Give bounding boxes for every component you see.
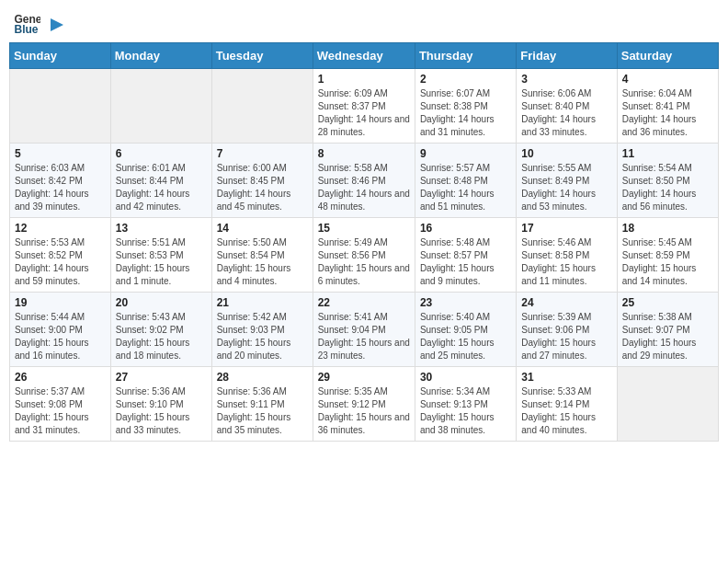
calendar-cell: 9Sunrise: 5:57 AMSunset: 8:48 PMDaylight… bbox=[415, 144, 516, 218]
day-header-wednesday: Wednesday bbox=[313, 43, 415, 69]
calendar-table: SundayMondayTuesdayWednesdayThursdayFrid… bbox=[9, 42, 719, 442]
calendar-cell: 30Sunrise: 5:34 AMSunset: 9:13 PMDayligh… bbox=[415, 367, 516, 442]
calendar-cell: 31Sunrise: 5:33 AMSunset: 9:14 PMDayligh… bbox=[517, 367, 617, 442]
day-number: 14 bbox=[217, 222, 308, 235]
days-header-row: SundayMondayTuesdayWednesdayThursdayFrid… bbox=[10, 43, 719, 69]
calendar-week-row: 5Sunrise: 6:03 AMSunset: 8:42 PMDaylight… bbox=[10, 144, 719, 218]
calendar-cell: 14Sunrise: 5:50 AMSunset: 8:54 PMDayligh… bbox=[211, 218, 313, 293]
day-number: 22 bbox=[318, 296, 410, 309]
calendar-cell: 21Sunrise: 5:42 AMSunset: 9:03 PMDayligh… bbox=[211, 293, 313, 367]
calendar-cell: 4Sunrise: 6:04 AMSunset: 8:41 PMDaylight… bbox=[617, 69, 718, 144]
day-info: Sunrise: 5:40 AMSunset: 9:05 PMDaylight:… bbox=[420, 311, 511, 362]
day-info: Sunrise: 5:35 AMSunset: 9:12 PMDaylight:… bbox=[318, 385, 410, 437]
day-number: 10 bbox=[521, 147, 611, 160]
calendar-week-row: 19Sunrise: 5:44 AMSunset: 9:00 PMDayligh… bbox=[10, 293, 719, 367]
day-number: 29 bbox=[318, 371, 410, 384]
calendar-cell: 13Sunrise: 5:51 AMSunset: 8:53 PMDayligh… bbox=[110, 218, 211, 293]
day-info: Sunrise: 5:39 AMSunset: 9:06 PMDaylight:… bbox=[521, 311, 611, 362]
day-number: 12 bbox=[15, 222, 106, 235]
day-info: Sunrise: 6:09 AMSunset: 8:37 PMDaylight:… bbox=[318, 87, 410, 139]
calendar-cell: 22Sunrise: 5:41 AMSunset: 9:04 PMDayligh… bbox=[313, 293, 415, 367]
day-info: Sunrise: 5:43 AMSunset: 9:02 PMDaylight:… bbox=[116, 311, 207, 362]
day-header-thursday: Thursday bbox=[415, 43, 516, 69]
day-info: Sunrise: 5:44 AMSunset: 9:00 PMDaylight:… bbox=[15, 311, 106, 362]
day-info: Sunrise: 5:53 AMSunset: 8:52 PMDaylight:… bbox=[15, 236, 106, 288]
svg-text:Blue: Blue bbox=[15, 23, 39, 36]
calendar-cell: 10Sunrise: 5:55 AMSunset: 8:49 PMDayligh… bbox=[517, 144, 617, 218]
day-info: Sunrise: 5:34 AMSunset: 9:13 PMDaylight:… bbox=[420, 385, 511, 437]
day-info: Sunrise: 5:48 AMSunset: 8:57 PMDaylight:… bbox=[420, 236, 511, 288]
logo-arrow-icon bbox=[47, 15, 67, 35]
day-number: 2 bbox=[420, 73, 511, 86]
calendar-cell bbox=[617, 367, 718, 442]
logo: General Blue bbox=[13, 9, 67, 37]
day-info: Sunrise: 6:06 AMSunset: 8:40 PMDaylight:… bbox=[521, 87, 611, 139]
day-info: Sunrise: 5:58 AMSunset: 8:46 PMDaylight:… bbox=[318, 162, 410, 213]
calendar-cell: 25Sunrise: 5:38 AMSunset: 9:07 PMDayligh… bbox=[617, 293, 718, 367]
calendar-cell: 7Sunrise: 6:00 AMSunset: 8:45 PMDaylight… bbox=[211, 144, 313, 218]
calendar-cell: 8Sunrise: 5:58 AMSunset: 8:46 PMDaylight… bbox=[313, 144, 415, 218]
day-info: Sunrise: 5:55 AMSunset: 8:49 PMDaylight:… bbox=[521, 162, 611, 213]
day-header-saturday: Saturday bbox=[617, 43, 718, 69]
day-info: Sunrise: 6:00 AMSunset: 8:45 PMDaylight:… bbox=[217, 162, 308, 213]
calendar-cell: 2Sunrise: 6:07 AMSunset: 8:38 PMDaylight… bbox=[415, 69, 516, 144]
day-number: 5 bbox=[15, 147, 106, 160]
calendar-cell: 5Sunrise: 6:03 AMSunset: 8:42 PMDaylight… bbox=[10, 144, 111, 218]
calendar-cell: 16Sunrise: 5:48 AMSunset: 8:57 PMDayligh… bbox=[415, 218, 516, 293]
day-info: Sunrise: 6:01 AMSunset: 8:44 PMDaylight:… bbox=[116, 162, 207, 213]
day-header-monday: Monday bbox=[110, 43, 211, 69]
day-header-tuesday: Tuesday bbox=[211, 43, 313, 69]
day-number: 19 bbox=[15, 296, 106, 309]
day-info: Sunrise: 6:03 AMSunset: 8:42 PMDaylight:… bbox=[15, 162, 106, 213]
calendar-cell: 12Sunrise: 5:53 AMSunset: 8:52 PMDayligh… bbox=[10, 218, 111, 293]
calendar-cell: 17Sunrise: 5:46 AMSunset: 8:58 PMDayligh… bbox=[517, 218, 617, 293]
day-number: 25 bbox=[622, 296, 713, 309]
calendar-cell bbox=[211, 69, 313, 144]
day-info: Sunrise: 5:50 AMSunset: 8:54 PMDaylight:… bbox=[217, 236, 308, 288]
calendar-cell: 15Sunrise: 5:49 AMSunset: 8:56 PMDayligh… bbox=[313, 218, 415, 293]
day-number: 1 bbox=[318, 73, 410, 86]
page-header: General Blue bbox=[9, 9, 719, 37]
day-info: Sunrise: 5:51 AMSunset: 8:53 PMDaylight:… bbox=[116, 236, 207, 288]
calendar-week-row: 1Sunrise: 6:09 AMSunset: 8:37 PMDaylight… bbox=[10, 69, 719, 144]
day-info: Sunrise: 5:46 AMSunset: 8:58 PMDaylight:… bbox=[521, 236, 611, 288]
day-info: Sunrise: 6:04 AMSunset: 8:41 PMDaylight:… bbox=[622, 87, 713, 139]
calendar-cell: 24Sunrise: 5:39 AMSunset: 9:06 PMDayligh… bbox=[517, 293, 617, 367]
day-info: Sunrise: 5:36 AMSunset: 9:10 PMDaylight:… bbox=[116, 385, 207, 437]
calendar-cell: 18Sunrise: 5:45 AMSunset: 8:59 PMDayligh… bbox=[617, 218, 718, 293]
calendar-cell bbox=[10, 69, 111, 144]
calendar-cell: 19Sunrise: 5:44 AMSunset: 9:00 PMDayligh… bbox=[10, 293, 111, 367]
day-number: 31 bbox=[521, 371, 611, 384]
day-number: 30 bbox=[420, 371, 511, 384]
day-info: Sunrise: 5:49 AMSunset: 8:56 PMDaylight:… bbox=[318, 236, 410, 288]
day-number: 24 bbox=[521, 296, 611, 309]
day-info: Sunrise: 5:38 AMSunset: 9:07 PMDaylight:… bbox=[622, 311, 713, 362]
day-header-sunday: Sunday bbox=[10, 43, 111, 69]
day-number: 13 bbox=[116, 222, 207, 235]
day-number: 26 bbox=[15, 371, 106, 384]
day-info: Sunrise: 5:41 AMSunset: 9:04 PMDaylight:… bbox=[318, 311, 410, 362]
day-number: 11 bbox=[622, 147, 713, 160]
day-number: 4 bbox=[622, 73, 713, 86]
calendar-cell: 20Sunrise: 5:43 AMSunset: 9:02 PMDayligh… bbox=[110, 293, 211, 367]
day-number: 16 bbox=[420, 222, 511, 235]
day-number: 18 bbox=[622, 222, 713, 235]
logo-icon: General Blue bbox=[13, 9, 40, 37]
day-number: 9 bbox=[420, 147, 511, 160]
calendar-week-row: 26Sunrise: 5:37 AMSunset: 9:08 PMDayligh… bbox=[10, 367, 719, 442]
day-number: 6 bbox=[116, 147, 207, 160]
calendar-cell: 26Sunrise: 5:37 AMSunset: 9:08 PMDayligh… bbox=[10, 367, 111, 442]
day-header-friday: Friday bbox=[517, 43, 617, 69]
calendar-week-row: 12Sunrise: 5:53 AMSunset: 8:52 PMDayligh… bbox=[10, 218, 719, 293]
calendar-cell: 29Sunrise: 5:35 AMSunset: 9:12 PMDayligh… bbox=[313, 367, 415, 442]
day-number: 17 bbox=[521, 222, 611, 235]
day-number: 7 bbox=[217, 147, 308, 160]
calendar-cell: 6Sunrise: 6:01 AMSunset: 8:44 PMDaylight… bbox=[110, 144, 211, 218]
svg-marker-2 bbox=[51, 18, 63, 31]
calendar-cell: 27Sunrise: 5:36 AMSunset: 9:10 PMDayligh… bbox=[110, 367, 211, 442]
day-number: 8 bbox=[318, 147, 410, 160]
day-info: Sunrise: 5:37 AMSunset: 9:08 PMDaylight:… bbox=[15, 385, 106, 437]
day-info: Sunrise: 5:54 AMSunset: 8:50 PMDaylight:… bbox=[622, 162, 713, 213]
day-number: 15 bbox=[318, 222, 410, 235]
day-number: 3 bbox=[521, 73, 611, 86]
